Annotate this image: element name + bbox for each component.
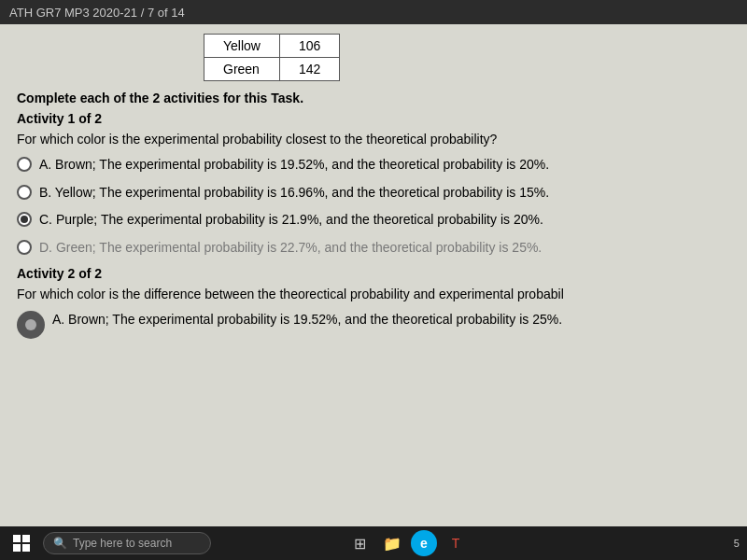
- app-icon[interactable]: T: [443, 530, 469, 556]
- choice-label-d: D. Green; The experimental probability i…: [39, 239, 542, 258]
- taskbar-search[interactable]: 🔍 Type here to search: [43, 532, 211, 554]
- radio-b[interactable]: [17, 185, 32, 200]
- choice-label-b: B. Yellow; The experimental probability …: [39, 184, 549, 203]
- windows-logo-icon: [13, 535, 30, 552]
- choice-row-a[interactable]: A. Brown; The experimental probability i…: [17, 156, 730, 175]
- taskbar-center-icons: ⊞ 📁 e T: [347, 530, 469, 556]
- choice-label-c: C. Purple; The experimental probability …: [39, 211, 543, 230]
- radio-a[interactable]: [17, 157, 32, 172]
- task-instruction: Complete each of the 2 activities for th…: [17, 91, 730, 105]
- table-value-cell: 106: [279, 35, 339, 58]
- radio-c[interactable]: [17, 212, 32, 227]
- header-title: ATH GR7 MP3 2020-21 / 7 of 14: [9, 6, 185, 20]
- header-bar: ATH GR7 MP3 2020-21 / 7 of 14: [0, 0, 747, 24]
- activity1-question: For which color is the experimental prob…: [17, 132, 730, 147]
- search-icon: 🔍: [53, 537, 67, 550]
- edge-icon[interactable]: e: [411, 530, 437, 556]
- table-color-cell: Green: [204, 58, 280, 81]
- activity2-choice-a-icon: [17, 311, 45, 339]
- activity2-choice-a-row[interactable]: A. Brown; The experimental probability i…: [17, 311, 730, 339]
- time-text: 5: [734, 538, 740, 549]
- activity2-choice-a-text: A. Brown; The experimental probability i…: [52, 311, 562, 329]
- table-color-cell: Yellow: [204, 35, 280, 58]
- table-value-cell: 142: [279, 58, 339, 81]
- activity2-label: Activity 2 of 2: [17, 266, 730, 281]
- taskbar: 🔍 Type here to search ⊞ 📁 e T 5: [0, 526, 747, 560]
- activity2-question: For which color is the difference betwee…: [17, 287, 730, 301]
- choice-row-d[interactable]: D. Green; The experimental probability i…: [17, 239, 730, 258]
- radio-d[interactable]: [17, 240, 32, 255]
- choice-label-a: A. Brown; The experimental probability i…: [39, 156, 549, 175]
- search-placeholder-text: Type here to search: [73, 537, 172, 550]
- file-explorer-icon[interactable]: 📁: [379, 530, 405, 556]
- choices-container: A. Brown; The experimental probability i…: [17, 156, 730, 257]
- task-view-icon[interactable]: ⊞: [347, 530, 374, 556]
- taskbar-right: 5: [734, 538, 740, 549]
- activity1-label: Activity 1 of 2: [17, 111, 730, 126]
- main-content: Yellow106Green142 Complete each of the 2…: [0, 24, 747, 526]
- color-data-table: Yellow106Green142: [204, 34, 340, 81]
- start-button[interactable]: [7, 530, 35, 556]
- radio-inner-c: [21, 216, 28, 223]
- choice-row-b[interactable]: B. Yellow; The experimental probability …: [17, 184, 730, 203]
- choice-row-c[interactable]: C. Purple; The experimental probability …: [17, 211, 730, 230]
